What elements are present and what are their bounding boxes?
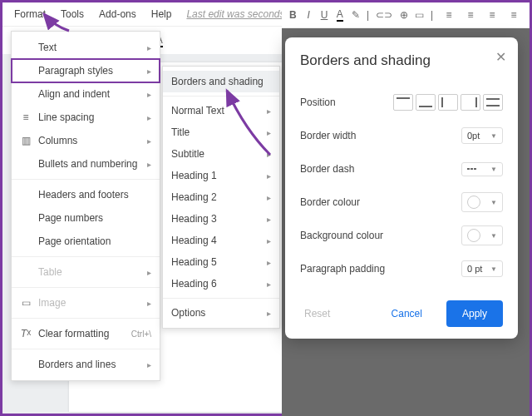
submenu-heading5[interactable]: Heading 5▸ bbox=[163, 251, 279, 273]
svg-rect-0 bbox=[397, 97, 410, 99]
submenu-heading6[interactable]: Heading 6▸ bbox=[163, 273, 279, 295]
paragraph-padding-dropdown[interactable]: 0 pt▼ bbox=[461, 260, 503, 277]
highlight-button[interactable]: ✎ bbox=[351, 6, 360, 24]
submenu-heading4[interactable]: Heading 4▸ bbox=[163, 230, 279, 251]
menu-borders-lines[interactable]: Borders and lines▸ bbox=[12, 353, 160, 376]
row-border-width: Border width 0pt▼ bbox=[300, 119, 503, 152]
link-button[interactable]: ⊂⊃ bbox=[376, 6, 392, 24]
menu-headers-footers[interactable]: Headers and footers bbox=[12, 183, 160, 206]
row-paragraph-padding: Paragraph padding 0 pt▼ bbox=[300, 252, 503, 285]
row-position: Position bbox=[300, 86, 503, 119]
dialog-title: Borders and shading bbox=[300, 52, 503, 69]
row-border-dash: Border dash ▼ bbox=[300, 152, 503, 186]
submenu-borders-shading[interactable]: Borders and shading bbox=[163, 71, 279, 92]
align-right-button[interactable]: ≡ bbox=[483, 6, 501, 24]
apply-button[interactable]: Apply bbox=[446, 300, 503, 327]
background-colour-dropdown[interactable]: ▼ bbox=[461, 225, 503, 245]
menu-format[interactable]: Format bbox=[7, 6, 52, 22]
menu-paragraph-styles[interactable]: Paragraph styles▸ bbox=[12, 59, 160, 82]
position-right[interactable] bbox=[461, 94, 480, 111]
bold-button-r[interactable]: B bbox=[288, 6, 298, 24]
right-toolbar: B I U A ✎ | ⊂⊃ ⊕ ▭ | ≡ ≡ ≡ ≡ bbox=[282, 2, 530, 28]
menu-tools[interactable]: Tools bbox=[54, 6, 91, 22]
align-center-button[interactable]: ≡ bbox=[461, 6, 480, 24]
position-bottom[interactable] bbox=[416, 94, 436, 111]
submenu-subtitle[interactable]: Subtitle▸ bbox=[163, 143, 279, 165]
paragraph-styles-submenu: Borders and shading Normal Text▸ Title▸ … bbox=[162, 66, 280, 329]
border-colour-dropdown[interactable]: ▼ bbox=[461, 192, 503, 212]
align-left-button[interactable]: ≡ bbox=[440, 6, 458, 24]
borders-shading-dialog: ✕ Borders and shading Position Border wi… bbox=[285, 37, 518, 339]
row-background-colour: Background colour ▼ bbox=[300, 219, 503, 252]
submenu-title[interactable]: Title▸ bbox=[163, 121, 279, 143]
menu-image: ▭Image▸ bbox=[12, 291, 160, 314]
submenu-heading1[interactable]: Heading 1▸ bbox=[163, 165, 279, 186]
svg-rect-4 bbox=[486, 98, 500, 100]
border-dash-dropdown[interactable]: ▼ bbox=[461, 162, 503, 176]
text-color-button-r[interactable]: A bbox=[335, 6, 344, 24]
menu-bullets[interactable]: Bullets and numbering▸ bbox=[12, 152, 160, 176]
submenu-normal-text[interactable]: Normal Text▸ bbox=[163, 100, 279, 121]
menu-table: Table▸ bbox=[12, 260, 160, 284]
menu-clear-formatting[interactable]: TxClear formattingCtrl+\ bbox=[12, 322, 160, 345]
svg-rect-1 bbox=[419, 106, 432, 107]
submenu-options[interactable]: Options▸ bbox=[163, 302, 279, 324]
menu-line-spacing[interactable]: ≡Line spacing▸ bbox=[12, 106, 160, 129]
reset-button[interactable]: Reset bbox=[300, 300, 346, 327]
position-top[interactable] bbox=[393, 94, 413, 111]
underline-button-r[interactable]: U bbox=[320, 6, 329, 24]
align-justify-button[interactable]: ≡ bbox=[505, 6, 523, 24]
menu-page-numbers[interactable]: Page numbers bbox=[12, 206, 160, 230]
svg-rect-3 bbox=[475, 97, 477, 107]
menu-addons[interactable]: Add-ons bbox=[92, 6, 143, 22]
image-button[interactable]: ▭ bbox=[415, 6, 424, 24]
position-left[interactable] bbox=[438, 94, 458, 111]
menu-help[interactable]: Help bbox=[145, 6, 179, 22]
menu-page-orientation[interactable]: Page orientation bbox=[12, 230, 160, 253]
menu-align-indent[interactable]: Align and indent▸ bbox=[12, 82, 160, 106]
cancel-button[interactable]: Cancel bbox=[376, 300, 438, 327]
menu-columns[interactable]: ▥Columns▸ bbox=[12, 129, 160, 152]
svg-rect-2 bbox=[441, 97, 443, 107]
border-width-dropdown[interactable]: 0pt▼ bbox=[461, 127, 503, 144]
submenu-heading2[interactable]: Heading 2▸ bbox=[163, 186, 279, 208]
menu-text[interactable]: Text▸ bbox=[12, 36, 160, 59]
row-border-colour: Border colour ▼ bbox=[300, 186, 503, 219]
position-between[interactable] bbox=[483, 94, 503, 111]
italic-button-r[interactable]: I bbox=[304, 6, 313, 24]
svg-rect-5 bbox=[486, 105, 500, 106]
submenu-heading3[interactable]: Heading 3▸ bbox=[163, 208, 279, 230]
close-icon[interactable]: ✕ bbox=[495, 49, 506, 65]
format-menu: Text▸ Paragraph styles▸ Align and indent… bbox=[11, 31, 160, 381]
comment-button[interactable]: ⊕ bbox=[399, 6, 408, 24]
